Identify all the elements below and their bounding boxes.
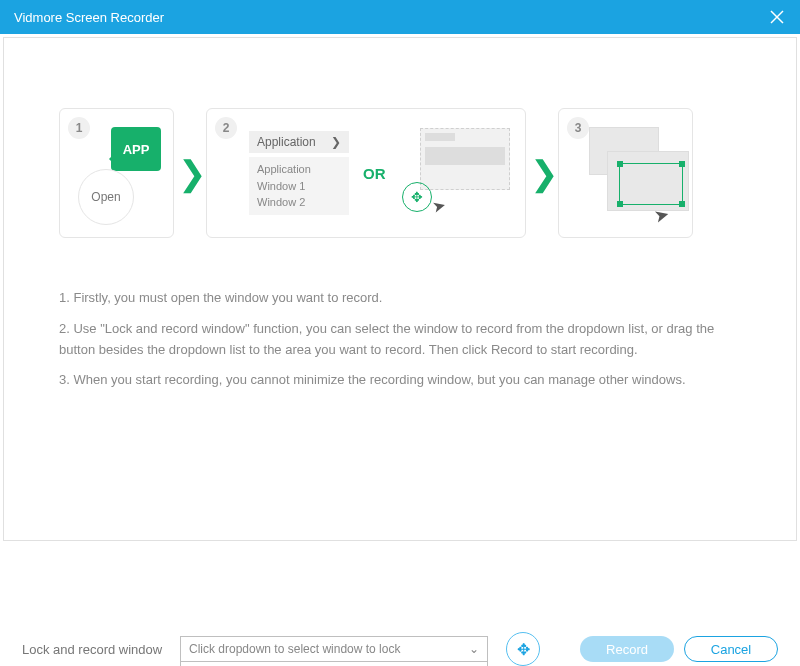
chevron-down-icon: ⌄ (469, 642, 479, 656)
illustration-dropdown: Application ❯ (249, 131, 349, 153)
selection-illustration: ➤ (589, 127, 679, 222)
content-panel: 1 APP Open ❯ 2 Application ❯ Application… (3, 37, 797, 541)
close-icon[interactable] (768, 8, 786, 26)
dropdown-list: Click dropdown to select window to lock … (180, 662, 488, 666)
drag-target-button[interactable]: ✥ (506, 632, 540, 666)
step-3-badge: 3 (567, 117, 589, 139)
step-3-card: 3 ➤ (558, 108, 693, 238)
cancel-button[interactable]: Cancel (684, 636, 778, 662)
step-1-badge: 1 (68, 117, 90, 139)
dropdown-value: Click dropdown to select window to lock (189, 642, 400, 656)
target-icon (402, 182, 432, 212)
illustration-dropdown-list: Application Window 1 Window 2 (249, 157, 349, 215)
ghost-window-icon (420, 128, 510, 190)
chevron-right-icon: ❯ (530, 153, 554, 193)
instructions: 1. Firstly, you must open the window you… (59, 288, 741, 391)
instruction-2: 2. Use "Lock and record window" function… (59, 319, 741, 361)
step-2-badge: 2 (215, 117, 237, 139)
open-label: Open (78, 169, 134, 225)
app-dropdown-illustration: Application ❯ Application Window 1 Windo… (249, 131, 349, 215)
steps-row: 1 APP Open ❯ 2 Application ❯ Application… (59, 108, 741, 238)
window-title: Vidmore Screen Recorder (14, 10, 164, 25)
instruction-3: 3. When you start recording, you cannot … (59, 370, 741, 391)
dropdown-option[interactable]: Click dropdown to select window to lock (181, 662, 487, 666)
chevron-right-icon: ❯ (178, 153, 202, 193)
footer-bar: Lock and record window Click dropdown to… (0, 618, 800, 666)
app-icon: APP (111, 127, 161, 171)
step-1-card: 1 APP Open (59, 108, 174, 238)
chevron-down-icon: ❯ (331, 135, 341, 149)
step-2-card: 2 Application ❯ Application Window 1 Win… (206, 108, 526, 238)
or-label: OR (363, 165, 386, 182)
selection-rect-icon (619, 163, 683, 205)
drag-illustration: ➤ (400, 128, 510, 218)
instruction-1: 1. Firstly, you must open the window you… (59, 288, 741, 309)
record-button[interactable]: Record (580, 636, 674, 662)
titlebar: Vidmore Screen Recorder (0, 0, 800, 34)
lock-window-label: Lock and record window (22, 642, 170, 657)
cursor-icon: ➤ (429, 196, 446, 218)
window-select-dropdown[interactable]: Click dropdown to select window to lock … (180, 636, 488, 662)
